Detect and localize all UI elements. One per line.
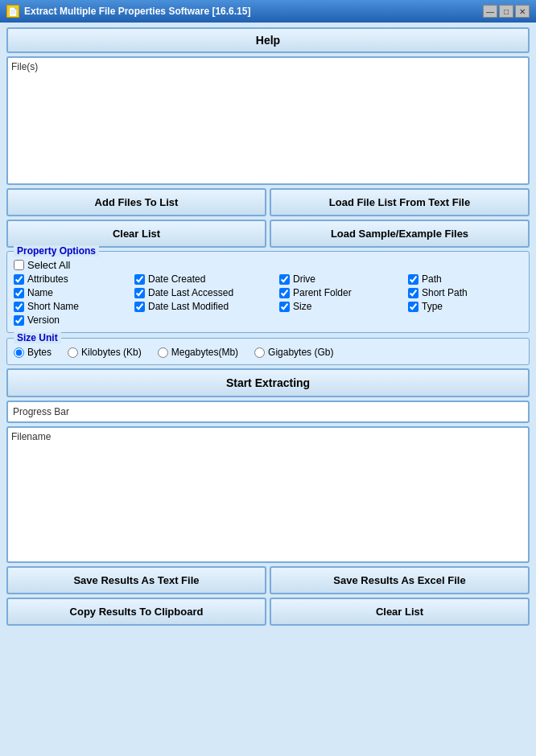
- checkbox-item-drive: Drive: [279, 273, 408, 285]
- select-all-checkbox[interactable]: [14, 260, 24, 270]
- app-icon: 📄: [6, 5, 19, 18]
- button-row-4: Copy Results To Clipboard Clear List: [6, 598, 530, 626]
- date-created-checkbox[interactable]: [134, 274, 145, 285]
- size-unit: Size Unit Bytes Kilobytes (Kb) Megabytes…: [6, 338, 530, 365]
- checkbox-item-date-last-accessed: Date Last Accessed: [134, 287, 279, 298]
- progress-bar-area: Progress Bar: [6, 401, 530, 423]
- type-checkbox[interactable]: [408, 302, 418, 312]
- checkbox-grid: Attributes Date Created Drive Path Name: [14, 273, 522, 326]
- load-sample-button[interactable]: Load Sample/Example Files: [270, 220, 530, 248]
- minimize-button[interactable]: —: [483, 5, 497, 18]
- title-bar-controls: — □ ✕: [483, 5, 530, 18]
- short-name-checkbox[interactable]: [14, 302, 24, 312]
- property-options-legend: Property Options: [14, 245, 99, 257]
- radio-row: Bytes Kilobytes (Kb) Megabytes(Mb) Gigab…: [14, 347, 522, 358]
- checkbox-item-short-path: Short Path: [408, 287, 513, 298]
- date-last-accessed-checkbox[interactable]: [134, 288, 145, 298]
- checkbox-item-date-last-modified: Date Last Modified: [134, 301, 279, 312]
- version-checkbox[interactable]: [14, 315, 24, 326]
- files-label: File(s): [11, 61, 525, 72]
- drive-checkbox[interactable]: [279, 274, 290, 285]
- radio-megabytes: Megabytes(Mb): [158, 347, 238, 358]
- title-bar: 📄 Extract Multiple File Properties Softw…: [0, 0, 536, 23]
- checkbox-item-name: Name: [14, 287, 134, 298]
- start-extracting-button[interactable]: Start Extracting: [6, 368, 530, 397]
- megabytes-label[interactable]: Megabytes(Mb): [171, 347, 238, 358]
- attributes-label[interactable]: Attributes: [27, 273, 68, 285]
- checkbox-item-version: Version: [14, 314, 134, 326]
- button-row-1: Add Files To List Load File List From Te…: [6, 188, 530, 216]
- save-results-excel-button[interactable]: Save Results As Excel File: [270, 566, 530, 594]
- kilobytes-label[interactable]: Kilobytes (Kb): [81, 347, 142, 358]
- checkbox-item-size: Size: [279, 301, 408, 312]
- short-path-checkbox[interactable]: [408, 288, 418, 298]
- checkbox-item-path: Path: [408, 273, 513, 285]
- drive-label[interactable]: Drive: [293, 273, 315, 285]
- date-last-modified-label[interactable]: Date Last Modified: [148, 301, 229, 312]
- checkbox-item-date-created: Date Created: [134, 273, 279, 285]
- add-files-button[interactable]: Add Files To List: [6, 188, 266, 216]
- checkbox-item-parent-folder: Parent Folder: [279, 287, 408, 298]
- select-all-label[interactable]: Select All: [27, 259, 70, 271]
- bytes-label[interactable]: Bytes: [27, 347, 52, 358]
- date-last-accessed-label[interactable]: Date Last Accessed: [148, 287, 233, 298]
- button-row-3: Save Results As Text File Save Results A…: [6, 566, 530, 594]
- gigabytes-radio[interactable]: [254, 347, 265, 358]
- path-checkbox[interactable]: [408, 274, 418, 285]
- title-bar-left: 📄 Extract Multiple File Properties Softw…: [6, 5, 250, 18]
- size-label[interactable]: Size: [293, 301, 311, 312]
- type-label[interactable]: Type: [422, 301, 443, 312]
- select-all-row: Select All: [14, 259, 522, 271]
- name-checkbox[interactable]: [14, 288, 24, 298]
- results-area: Filename: [6, 426, 530, 563]
- date-created-label[interactable]: Date Created: [148, 273, 205, 285]
- progress-bar-label: Progress Bar: [13, 406, 69, 417]
- button-row-2: Clear List Load Sample/Example Files: [6, 220, 530, 248]
- short-path-label[interactable]: Short Path: [422, 287, 468, 298]
- files-area: File(s): [6, 56, 530, 185]
- size-unit-legend: Size Unit: [14, 332, 61, 343]
- save-results-text-button[interactable]: Save Results As Text File: [6, 566, 266, 594]
- kilobytes-radio[interactable]: [68, 347, 78, 358]
- megabytes-radio[interactable]: [158, 347, 168, 358]
- checkbox-item-attributes: Attributes: [14, 273, 134, 285]
- short-name-label[interactable]: Short Name: [27, 301, 79, 312]
- checkbox-item-short-name: Short Name: [14, 301, 134, 312]
- clear-list-button-2[interactable]: Clear List: [270, 598, 530, 626]
- size-checkbox[interactable]: [279, 302, 290, 312]
- attributes-checkbox[interactable]: [14, 274, 24, 285]
- radio-bytes: Bytes: [14, 347, 52, 358]
- radio-gigabytes: Gigabytes (Gb): [254, 347, 333, 358]
- name-label[interactable]: Name: [27, 287, 53, 298]
- version-label[interactable]: Version: [27, 314, 60, 326]
- path-label[interactable]: Path: [422, 273, 442, 285]
- parent-folder-label[interactable]: Parent Folder: [293, 287, 352, 298]
- results-label: Filename: [11, 431, 525, 442]
- property-options: Property Options Select All Attributes D…: [6, 251, 530, 333]
- close-button[interactable]: ✕: [515, 5, 530, 18]
- main-content: Help File(s) Add Files To List Load File…: [0, 23, 536, 631]
- clear-list-button-1[interactable]: Clear List: [6, 220, 266, 248]
- copy-results-button[interactable]: Copy Results To Clipboard: [6, 598, 266, 626]
- maximize-button[interactable]: □: [499, 5, 513, 18]
- parent-folder-checkbox[interactable]: [279, 288, 290, 298]
- date-last-modified-checkbox[interactable]: [134, 302, 145, 312]
- load-file-list-button[interactable]: Load File List From Text File: [270, 188, 530, 216]
- title-bar-title: Extract Multiple File Properties Softwar…: [24, 6, 250, 17]
- checkbox-item-type: Type: [408, 301, 513, 312]
- help-button[interactable]: Help: [6, 27, 530, 53]
- radio-kilobytes: Kilobytes (Kb): [68, 347, 142, 358]
- gigabytes-label[interactable]: Gigabytes (Gb): [268, 347, 333, 358]
- bytes-radio[interactable]: [14, 347, 24, 358]
